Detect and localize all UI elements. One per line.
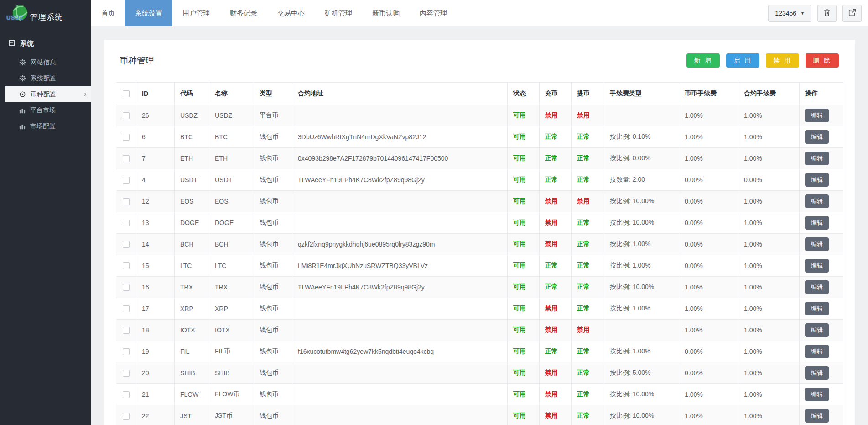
nav-item-6[interactable]: 新币认购 xyxy=(362,0,410,26)
cell-code: FIL xyxy=(175,341,209,362)
action-button-3[interactable]: 删 除 xyxy=(806,53,839,68)
cell-fee_type: 按比例: 1.00% xyxy=(604,341,679,362)
nav-item-1[interactable]: 系统设置 xyxy=(125,0,172,26)
edit-button[interactable]: 编辑 xyxy=(805,237,829,251)
content-card: 币种管理 新 增启 用禁 用删 除 ID代码名称类型合约地址状态充币提币手续费类… xyxy=(104,40,855,425)
cell-status: 可用 xyxy=(508,384,540,405)
cell-coin_fee: 1.00% xyxy=(679,320,738,341)
edit-button[interactable]: 编辑 xyxy=(805,259,829,273)
row-checkbox[interactable] xyxy=(123,241,130,248)
edit-button[interactable]: 编辑 xyxy=(805,194,829,208)
sidebar-item-2[interactable]: 币种配置› xyxy=(5,86,91,102)
cell-name: JST币 xyxy=(209,405,254,425)
cell-withdraw: 禁用 xyxy=(572,105,604,126)
row-checkbox[interactable] xyxy=(123,155,130,162)
top-bar: USDZ 管理系统 首页系统设置用户管理财务记录交易中心矿机管理新币认购内容管理… xyxy=(0,0,868,26)
cell-coin_fee: 1.00% xyxy=(679,148,738,169)
select-all-checkbox[interactable] xyxy=(123,90,130,97)
row-checkbox[interactable] xyxy=(123,284,130,291)
action-button-0[interactable]: 新 增 xyxy=(686,53,720,68)
cell-status: 可用 xyxy=(508,191,540,212)
edit-button[interactable]: 编辑 xyxy=(805,366,829,380)
cell-withdraw: 正常 xyxy=(572,126,604,148)
row-checkbox[interactable] xyxy=(123,370,130,377)
edit-button[interactable]: 编辑 xyxy=(805,173,829,187)
action-button-2[interactable]: 禁 用 xyxy=(766,53,799,68)
cell-deposit: 禁用 xyxy=(540,298,572,320)
edit-button[interactable]: 编辑 xyxy=(805,388,829,401)
cell-deposit: 正常 xyxy=(540,255,572,277)
nav-item-3[interactable]: 财务记录 xyxy=(220,0,267,26)
row-checkbox[interactable] xyxy=(123,262,130,269)
user-dropdown[interactable]: 123456 ▼ xyxy=(768,5,811,22)
sidebar-section-label: 系统 xyxy=(20,39,34,48)
nav-item-5[interactable]: 矿机管理 xyxy=(315,0,362,26)
sidebar-item-3[interactable]: 平台市场› xyxy=(0,102,91,118)
col-header-8: 手续费类型 xyxy=(604,83,679,105)
cell-actions: 编辑 xyxy=(800,298,843,320)
edit-button[interactable]: 编辑 xyxy=(805,345,829,358)
cell-contract_fee: 1.00% xyxy=(738,341,800,362)
edit-button[interactable]: 编辑 xyxy=(805,302,829,315)
nav-item-4[interactable]: 交易中心 xyxy=(267,0,315,26)
edit-button[interactable]: 编辑 xyxy=(805,109,829,122)
cell-actions: 编辑 xyxy=(800,234,843,255)
nav-item-0[interactable]: 首页 xyxy=(91,0,125,26)
brand: USDZ 管理系统 xyxy=(0,0,91,26)
cell-code: ETH xyxy=(175,148,209,169)
row-checkbox[interactable] xyxy=(123,198,130,205)
edit-button[interactable]: 编辑 xyxy=(805,409,829,423)
nav-item-7[interactable]: 内容管理 xyxy=(410,0,457,26)
row-checkbox[interactable] xyxy=(123,112,130,119)
nav-item-2[interactable]: 用户管理 xyxy=(172,0,220,26)
cell-name: IOTX xyxy=(209,320,254,341)
cell-deposit: 禁用 xyxy=(540,384,572,405)
chart-icon xyxy=(19,107,26,114)
sidebar-item-0[interactable]: 网站信息› xyxy=(0,54,91,70)
edit-button[interactable]: 编辑 xyxy=(805,216,829,230)
logout-button[interactable] xyxy=(842,5,862,22)
row-checkbox[interactable] xyxy=(123,134,130,141)
cell-withdraw: 禁用 xyxy=(572,320,604,341)
cell-contract xyxy=(292,384,508,405)
cell-deposit: 禁用 xyxy=(540,234,572,255)
edit-button[interactable]: 编辑 xyxy=(805,280,829,294)
page-title: 币种管理 xyxy=(120,55,154,67)
cell-id: 26 xyxy=(136,105,175,126)
cell-status: 可用 xyxy=(508,148,540,169)
cell-withdraw: 禁用 xyxy=(572,191,604,212)
cell-id: 4 xyxy=(136,169,175,191)
cell-contract xyxy=(292,191,508,212)
sidebar-item-4[interactable]: 市场配置› xyxy=(0,118,91,134)
cell-fee_type: 按比例: 10.00% xyxy=(604,212,679,234)
action-button-1[interactable]: 启 用 xyxy=(726,53,759,68)
row-checkbox[interactable] xyxy=(123,305,130,312)
row-checkbox[interactable] xyxy=(123,391,130,398)
col-header-4: 合约地址 xyxy=(292,83,508,105)
cell-name: USDT xyxy=(209,169,254,191)
row-checkbox[interactable] xyxy=(123,177,130,184)
cell-coin_fee: 1.00% xyxy=(679,405,738,425)
cell-contract_fee: 1.00% xyxy=(738,148,800,169)
edit-button[interactable]: 编辑 xyxy=(805,130,829,144)
cell-name: EOS xyxy=(209,191,254,212)
cell-fee_type: 按比例: 1.00% xyxy=(604,234,679,255)
edit-button[interactable]: 编辑 xyxy=(805,323,829,337)
cell-contract: TLWAeeYFn19LPh4K7C8Wk2fpZ89q98Gj2y xyxy=(292,169,508,191)
row-checkbox[interactable] xyxy=(123,348,130,355)
cell-deposit: 禁用 xyxy=(540,320,572,341)
cell-contract_fee: 1.00% xyxy=(738,384,800,405)
cell-deposit: 禁用 xyxy=(540,212,572,234)
edit-button[interactable]: 编辑 xyxy=(805,152,829,165)
cell-actions: 编辑 xyxy=(800,169,843,191)
cell-type: 钱包币 xyxy=(254,212,292,234)
row-checkbox[interactable] xyxy=(123,413,130,420)
cell-id: 13 xyxy=(136,212,175,234)
trash-button[interactable] xyxy=(817,5,837,22)
cell-fee_type: 按比例: 10.00% xyxy=(604,277,679,298)
row-checkbox[interactable] xyxy=(123,220,130,226)
cell-withdraw: 正常 xyxy=(572,234,604,255)
sidebar-item-1[interactable]: 系统配置› xyxy=(0,70,91,86)
sidebar-section-system[interactable]: 系统 xyxy=(0,26,91,54)
row-checkbox[interactable] xyxy=(123,327,130,334)
